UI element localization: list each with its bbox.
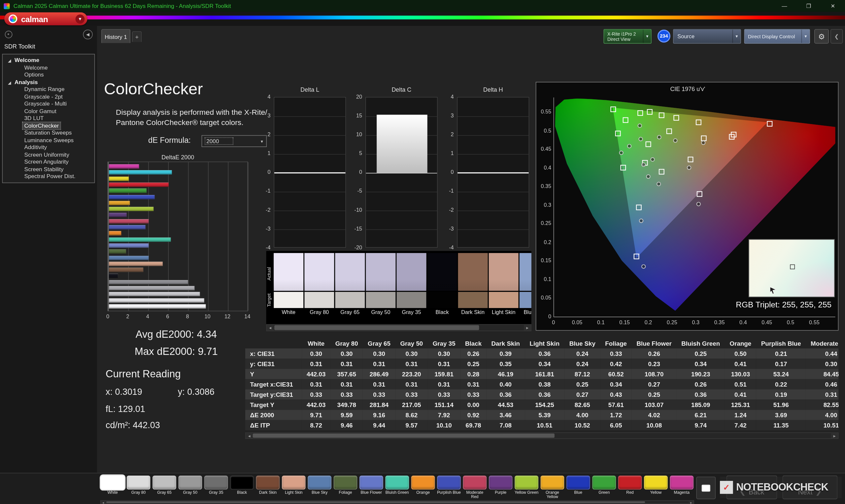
tree-expanded-icon[interactable]: ◢ xyxy=(8,57,11,64)
pattern-patch-blue[interactable]: Blue xyxy=(566,475,591,500)
next-button[interactable]: Next ❯ xyxy=(782,475,838,499)
collapse-panel-button[interactable]: ❮ xyxy=(830,29,843,43)
sidebar-item-colorchecker[interactable]: ColorChecker xyxy=(3,122,94,129)
meter-count-badge[interactable]: 234 xyxy=(657,30,670,42)
deltae-bar-yellow-green xyxy=(109,207,154,211)
table-cell: 9.74 xyxy=(677,420,725,430)
sidebar-item-saturation-sweeps[interactable]: Saturation Sweeps xyxy=(3,129,94,137)
table-cell: 84.45 xyxy=(806,369,839,379)
pattern-patch-gray-35[interactable]: Gray 35 xyxy=(204,475,228,500)
pattern-patch-gray-80[interactable]: Gray 80 xyxy=(126,475,151,500)
cie-y-tick: 0.2 xyxy=(536,239,551,245)
sidebar-section-welcome[interactable]: ◢Welcome xyxy=(3,56,94,64)
tab-history-1[interactable]: History 1 xyxy=(101,29,130,43)
actual-swatch xyxy=(520,253,531,291)
scroll-right-icon[interactable]: ► xyxy=(831,433,838,438)
table-cell: 10.51 xyxy=(806,420,839,430)
pattern-patch-yellow-green[interactable]: Yellow Green xyxy=(514,475,539,500)
scrollbar-thumb[interactable] xyxy=(106,501,645,503)
patch-label: Magenta xyxy=(669,490,694,495)
measured-marker xyxy=(657,135,661,139)
meter-selector[interactable]: X-Rite i1Pro 2 Direct View ▼ xyxy=(604,29,652,43)
sidebar-item-screen-uniformity[interactable]: Screen Uniformity xyxy=(3,151,94,158)
pattern-patch-moderate-red[interactable]: Moderate Red xyxy=(462,475,487,500)
pattern-patch-foliage[interactable]: Foliage xyxy=(333,475,358,500)
pattern-patch-gray-65[interactable]: Gray 65 xyxy=(152,475,177,500)
pattern-patch-magenta[interactable]: Magenta xyxy=(669,475,694,500)
chevron-right-icon: ❯ xyxy=(815,486,822,496)
sidebar-item-welcome[interactable]: Welcome xyxy=(3,64,94,71)
sidebar-item-luminance-sweeps[interactable]: Luminance Sweeps xyxy=(3,137,94,144)
table-cell: 9.46 xyxy=(330,420,363,430)
pattern-window-button[interactable] xyxy=(696,476,716,499)
x-tick-label: 10 xyxy=(204,313,210,319)
sidebar-collapse-button[interactable]: ◀ xyxy=(83,30,92,39)
close-button[interactable]: ✕ xyxy=(821,0,845,12)
pattern-patch-bluish-green[interactable]: Bluish Green xyxy=(385,475,410,500)
deltae-bar-orange-yellow xyxy=(109,201,130,205)
pattern-patch-white[interactable]: White xyxy=(100,475,125,500)
minimize-button[interactable]: — xyxy=(772,0,796,12)
scroll-left-icon[interactable]: ◄ xyxy=(267,325,274,330)
patch-color xyxy=(178,475,202,489)
table-cell: 46.19 xyxy=(487,369,525,379)
pattern-patch-yellow[interactable]: Yellow xyxy=(643,475,668,500)
pattern-patch-black[interactable]: Black xyxy=(230,475,254,500)
table-cell: 442.03 xyxy=(302,399,330,410)
col-header-light-skin: Light Skin xyxy=(525,338,564,348)
y-tick-label: 0 xyxy=(345,169,362,175)
table-cell: 87.12 xyxy=(564,369,600,379)
pattern-patch-blue-flower[interactable]: Blue Flower xyxy=(359,475,384,500)
tree-expanded-icon[interactable]: ◢ xyxy=(8,79,11,86)
sidebar-section-analysis[interactable]: ◢Analysis xyxy=(3,78,94,86)
pattern-patch-orange-yellow[interactable]: Orange Yellow xyxy=(540,475,565,500)
cie-x-tick: 0.05 xyxy=(568,319,586,325)
sidebar-item-dynamic-range[interactable]: Dynamic Range xyxy=(3,86,94,93)
table-scrollbar[interactable]: ◄ ► xyxy=(245,432,839,439)
sidebar-item-color-gamut[interactable]: Color Gamut xyxy=(3,108,94,115)
scroll-left-icon[interactable]: ◄ xyxy=(246,433,252,438)
pattern-patch-orange[interactable]: Orange xyxy=(411,475,435,500)
scroll-right-icon[interactable]: ► xyxy=(524,325,531,330)
sidebar-item-options[interactable]: Options xyxy=(3,71,94,78)
chevron-left-icon: ❮ xyxy=(834,33,839,39)
scroll-left-icon[interactable]: ◄ xyxy=(101,501,106,503)
sidebar-item-screen-stability[interactable]: Screen Stability xyxy=(3,166,94,173)
patch-label: Orange xyxy=(411,490,435,495)
pattern-patch-blue-sky[interactable]: Blue Sky xyxy=(307,475,332,500)
add-tab-button[interactable]: + xyxy=(132,31,142,42)
gridline xyxy=(457,135,529,136)
back-button[interactable]: ❮ Back xyxy=(726,475,777,499)
pattern-patch-light-skin[interactable]: Light Skin xyxy=(281,475,306,500)
sidebar-item-spectral-power-dist[interactable]: Spectral Power Dist. xyxy=(3,173,94,180)
swatch-label: Light Skin xyxy=(489,309,518,315)
pattern-patch-purple[interactable]: Purple xyxy=(488,475,513,500)
calman-menu-button[interactable]: calman ▼ xyxy=(4,13,87,25)
x-tick-label: 14 xyxy=(244,313,250,319)
pattern-patch-gray-50[interactable]: Gray 50 xyxy=(178,475,203,500)
pattern-patch-red[interactable]: Red xyxy=(618,475,642,500)
scrollbar-thumb[interactable] xyxy=(253,433,554,438)
y-tick-label: 3 xyxy=(436,112,454,119)
row-label: Y xyxy=(245,369,302,379)
settings-button[interactable]: ⚙ xyxy=(814,29,829,43)
sidebar-item-grayscale-2pt[interactable]: Grayscale - 2pt xyxy=(3,93,94,100)
pattern-toolbar-scrollbar[interactable]: ◄ ► xyxy=(100,500,694,504)
table-cell: 0.26 xyxy=(632,348,677,359)
maximize-button[interactable]: ❐ xyxy=(796,0,821,12)
pattern-patch-purplish-blue[interactable]: Purplish Blue xyxy=(436,475,461,500)
swatch-strip-scrollbar[interactable]: ◄ ► xyxy=(266,324,531,331)
chevron-down-icon: ▼ xyxy=(733,30,740,43)
source-selector[interactable]: Source ▼ xyxy=(673,29,741,43)
table-cell: 9.71 xyxy=(302,410,330,420)
pattern-patch-green[interactable]: Green xyxy=(592,475,617,500)
sidebar-item-additivity[interactable]: Additivity xyxy=(3,144,94,151)
pattern-patch-dark-skin[interactable]: Dark Skin xyxy=(256,475,280,500)
scrollbar-thumb[interactable] xyxy=(274,325,479,330)
scroll-right-icon[interactable]: ► xyxy=(689,501,694,503)
sidebar-item-grayscale-multi[interactable]: Grayscale - Multi xyxy=(3,100,94,108)
next-label: Next xyxy=(798,488,813,496)
sidebar-item-3d-lut[interactable]: 3D LUT xyxy=(3,115,94,122)
display-control-selector[interactable]: Direct Display Control ▼ xyxy=(744,29,810,43)
sidebar-item-screen-angularity[interactable]: Screen Angularity xyxy=(3,158,94,166)
